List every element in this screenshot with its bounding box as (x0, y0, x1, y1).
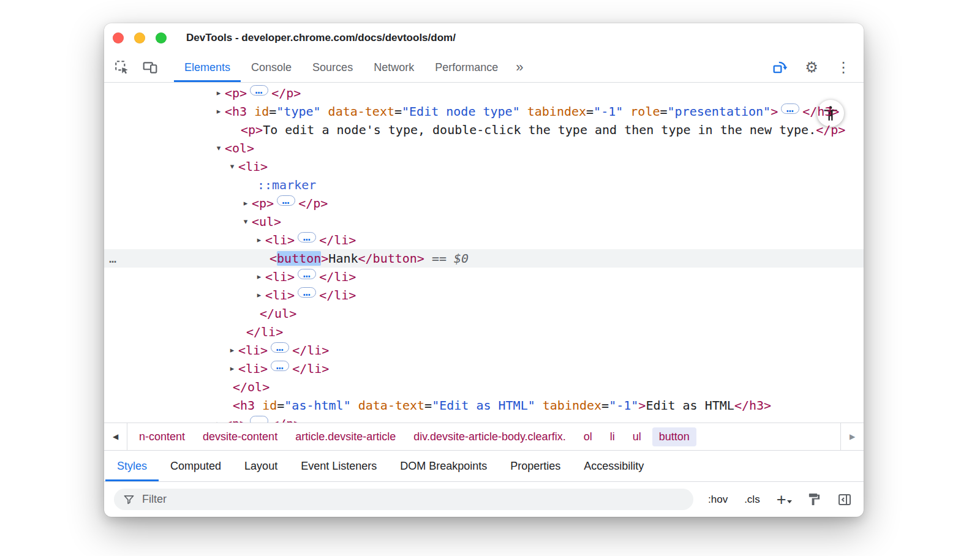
disclosure-collapsed-icon[interactable]: ▸ (214, 84, 224, 102)
filter-bar-controls: :hov .cls + (708, 492, 852, 507)
code-tag: > (638, 398, 646, 413)
code-pseudo: ::marker (257, 178, 316, 192)
filter-input[interactable] (141, 492, 684, 506)
code-punc: = (394, 104, 402, 119)
dom-tree-row[interactable]: …<button>Hank</button> == $0 (104, 249, 864, 268)
close-button[interactable] (113, 32, 124, 43)
screencast-icon[interactable] (771, 58, 789, 77)
code-attr: id (254, 104, 269, 119)
ellipsis-expander[interactable]: … (298, 269, 316, 279)
tab-network[interactable]: Network (363, 53, 424, 82)
breadcrumb-item[interactable]: devsite-content (196, 427, 284, 446)
zoom-button[interactable] (156, 32, 167, 43)
tab-sources[interactable]: Sources (302, 53, 363, 82)
dom-tree-row[interactable]: </ol> (104, 378, 864, 396)
code-txt: To edit a node's type, double-click the … (263, 122, 816, 137)
dom-tree-row[interactable]: ▸<p>…</p> (104, 84, 864, 102)
dom-tree-row[interactable]: ▾<ol> (104, 139, 864, 157)
ellipsis-expander[interactable]: … (250, 416, 268, 423)
dom-tree-row[interactable]: ▸<p>…</p> (104, 415, 864, 423)
dom-tree-row[interactable]: ▾<li> (104, 157, 864, 176)
code-seltag: button (277, 251, 321, 266)
disclosure-expanded-icon[interactable]: ▾ (214, 139, 224, 157)
ellipsis-expander[interactable]: … (271, 342, 289, 353)
ellipsis-expander[interactable]: … (271, 361, 289, 371)
code-tag: <li> (265, 288, 295, 302)
breadcrumb-scroll-right-icon[interactable]: ▶ (840, 423, 864, 450)
dom-tree-row[interactable]: <p>To edit a node's type, double-click t… (104, 121, 864, 139)
dom-tree-row[interactable]: ▾<ul> (104, 212, 864, 231)
ellipsis-expander[interactable]: … (277, 195, 295, 206)
tab-computed[interactable]: Computed (159, 451, 233, 481)
dom-tree-row[interactable]: ▸<h3 id="type" data-text="Edit node type… (104, 102, 864, 121)
more-tabs-icon[interactable]: » (508, 53, 530, 82)
code-txt: Hank (328, 251, 358, 266)
tab-performance[interactable]: Performance (424, 53, 508, 82)
ellipsis-expander[interactable]: … (781, 103, 799, 114)
device-toolbar-icon[interactable] (141, 58, 159, 77)
dom-tree-row[interactable]: ▸<p>…</p> (104, 194, 864, 212)
dom-tree-row[interactable]: </ul> (104, 304, 864, 323)
code-val: "-1" (594, 104, 623, 119)
dom-tree-row[interactable]: <h3 id="as-html" data-text="Edit as HTML… (104, 396, 864, 415)
breadcrumb-item[interactable]: ul (626, 427, 648, 446)
minimize-button[interactable] (134, 32, 145, 43)
tab-accessibility[interactable]: Accessibility (572, 451, 655, 481)
dom-tree-row[interactable]: </li> (104, 323, 864, 341)
dom-tree-row[interactable]: ::marker (104, 176, 864, 194)
disclosure-collapsed-icon[interactable]: ▸ (254, 268, 264, 286)
disclosure-expanded-icon[interactable]: ▾ (227, 157, 237, 176)
code-tag: <li> (238, 343, 268, 358)
inspect-element-icon[interactable] (113, 58, 131, 77)
breadcrumb-item[interactable]: n-content (132, 427, 192, 446)
dom-tree-row[interactable]: ▸<li>…</li> (104, 286, 864, 304)
tab-properties[interactable]: Properties (499, 451, 572, 481)
toggle-element-state-button[interactable]: :hov (708, 494, 728, 506)
ellipsis-expander[interactable]: … (298, 232, 316, 242)
dom-tree: ▸<p>…</p>▸<h3 id="type" data-text="Edit … (104, 83, 864, 423)
breadcrumb-item[interactable]: div.devsite-article-body.clearfix. (407, 427, 572, 446)
traffic-lights (113, 32, 167, 43)
filter-field[interactable] (114, 489, 693, 510)
breadcrumb-item[interactable]: article.devsite-article (288, 427, 402, 446)
dom-tree-row[interactable]: ▸<li>…</li> (104, 359, 864, 378)
tab-styles[interactable]: Styles (105, 451, 159, 481)
window-title: DevTools - developer.chrome.com/docs/dev… (186, 32, 456, 44)
tab-console[interactable]: Console (241, 53, 302, 82)
code-txt (351, 398, 358, 413)
tab-event-listeners[interactable]: Event Listeners (289, 451, 388, 481)
dom-tree-row[interactable]: ▸<li>…</li> (104, 231, 864, 249)
ellipsis-expander[interactable]: … (250, 85, 268, 96)
breadcrumb-item[interactable]: li (603, 427, 622, 446)
disclosure-collapsed-icon[interactable]: ▸ (254, 286, 264, 304)
code-tag: <ol> (225, 141, 254, 156)
disclosure-collapsed-icon[interactable]: ▸ (227, 359, 237, 378)
element-classes-button[interactable]: .cls (744, 494, 760, 506)
breadcrumb-item[interactable]: button (652, 427, 696, 446)
tab-layout[interactable]: Layout (233, 451, 289, 481)
breadcrumb-item[interactable]: ol (577, 427, 599, 446)
dom-tree-row[interactable]: ▸<li>…</li> (104, 268, 864, 286)
dom-tree-row[interactable]: ▸<li>…</li> (104, 341, 864, 359)
disclosure-collapsed-icon[interactable]: ▸ (214, 102, 224, 121)
tab-elements[interactable]: Elements (174, 53, 241, 82)
breadcrumb-bar: ◀ n-contentdevsite-contentarticle.devsit… (104, 423, 864, 450)
code-tag: </li> (319, 233, 356, 247)
disclosure-collapsed-icon[interactable]: ▸ (241, 194, 251, 212)
code-tag: </li> (246, 325, 283, 339)
disclosure-expanded-icon[interactable]: ▾ (241, 212, 251, 231)
row-menu-dots[interactable]: … (109, 249, 117, 268)
kebab-menu-icon[interactable]: ⋮ (834, 58, 853, 77)
new-style-rule-button[interactable]: + (777, 493, 791, 506)
ellipsis-expander[interactable]: … (298, 287, 316, 298)
tab-dom-breakpoints[interactable]: DOM Breakpoints (388, 451, 499, 481)
disclosure-collapsed-icon[interactable]: ▸ (254, 231, 264, 249)
disclosure-collapsed-icon[interactable]: ▸ (227, 341, 237, 359)
toggle-sidebar-icon[interactable] (837, 492, 852, 507)
code-tag: </p> (271, 416, 301, 423)
breadcrumb-scroll-left-icon[interactable]: ◀ (104, 423, 127, 450)
disclosure-collapsed-icon[interactable]: ▸ (214, 415, 224, 423)
code-tag: <li> (238, 159, 268, 174)
rendering-emulation-icon[interactable] (807, 492, 821, 506)
settings-gear-icon[interactable]: ⚙ (802, 58, 821, 77)
